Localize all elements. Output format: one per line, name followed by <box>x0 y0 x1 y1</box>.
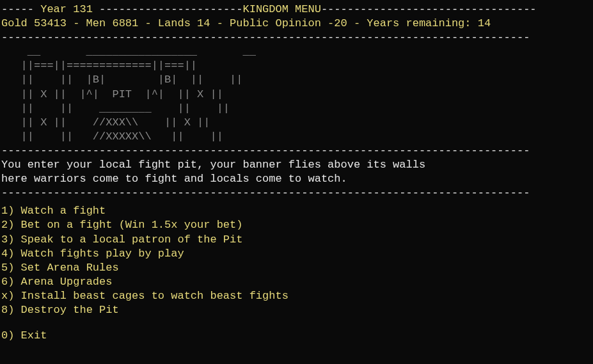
ascii-line-1: ||===||=============||===|| <box>1 59 592 73</box>
menu-option-exit[interactable]: 0) Exit <box>1 329 592 343</box>
ascii-line-5: || X || //XXX\\ || X || <box>1 116 592 130</box>
flavor-line-0: You enter your local fight pit, your ban… <box>1 158 592 172</box>
menu-key: 0) <box>1 329 14 342</box>
menu-option-5[interactable]: 5) Set Arena Rules <box>1 261 592 275</box>
ascii-line-6: || || //XXXXX\\ || || <box>1 130 592 144</box>
separator-3: ----------------------------------------… <box>1 186 592 200</box>
header-row: ----- Year 131 ----------------------KIN… <box>1 3 592 17</box>
menu-option-6[interactable]: 6) Arena Upgrades <box>1 275 592 289</box>
menu-title: KINGDOM MENU <box>242 3 320 15</box>
menu-label: Speak to a local patron of the Pit <box>21 233 243 246</box>
year-label: Year <box>40 3 67 15</box>
menu-label: Arena Upgrades <box>21 276 113 288</box>
menu-label: Exit <box>21 329 47 342</box>
dash-prefix: ----- <box>1 3 40 15</box>
ascii-line-4: || || ________ || || <box>1 102 592 116</box>
menu-option-8[interactable]: 8) Destroy the Pit <box>1 303 592 317</box>
dash-suffix: --------------------------------- <box>321 3 537 15</box>
ascii-line-2: || || |B| |B| || || <box>1 73 592 87</box>
menu-key: 8) <box>1 304 14 316</box>
year-value: 131 <box>73 3 93 15</box>
menu-key: 1) <box>1 205 14 217</box>
menu-key: 4) <box>1 248 14 260</box>
menu-option-3[interactable]: 3) Speak to a local patron of the Pit <box>1 233 592 247</box>
ascii-line-0: __ _________________ __ <box>1 45 592 59</box>
menu-label: Install beast cages to watch beast fight… <box>21 290 289 302</box>
flavor-line-1: here warriors come to fight and locals c… <box>1 172 592 186</box>
ascii-art: __ _________________ __ ||===||=========… <box>1 45 592 144</box>
menu-label: Destroy the Pit <box>21 304 119 316</box>
menu-option-4[interactable]: 4) Watch fights play by play <box>1 247 592 261</box>
menu-key: x) <box>1 290 14 302</box>
menu-key: 6) <box>1 276 14 288</box>
menu-label: Set Arena Rules <box>21 262 119 274</box>
ascii-line-3: || X || |^| PIT |^| || X || <box>1 88 592 102</box>
menu-key: 2) <box>1 219 14 231</box>
stats-line: Gold 53413 - Men 6881 - Lands 14 - Publi… <box>1 17 592 31</box>
menu-key: 5) <box>1 262 14 274</box>
mid-dashes: ---------------------- <box>93 3 243 15</box>
menu-key: 3) <box>1 233 14 246</box>
menu-option-2[interactable]: 2) Bet on a fight (Win 1.5x your bet) <box>1 218 592 232</box>
separator-1: ----------------------------------------… <box>1 31 592 45</box>
menu-label: Watch a fight <box>21 205 106 217</box>
menu-option-1[interactable]: 1) Watch a fight <box>1 204 592 218</box>
menu-option-x[interactable]: x) Install beast cages to watch beast fi… <box>1 289 592 303</box>
separator-2: ----------------------------------------… <box>1 144 592 158</box>
menu-label: Watch fights play by play <box>21 248 184 260</box>
menu-label: Bet on a fight (Win 1.5x your bet) <box>21 219 243 231</box>
